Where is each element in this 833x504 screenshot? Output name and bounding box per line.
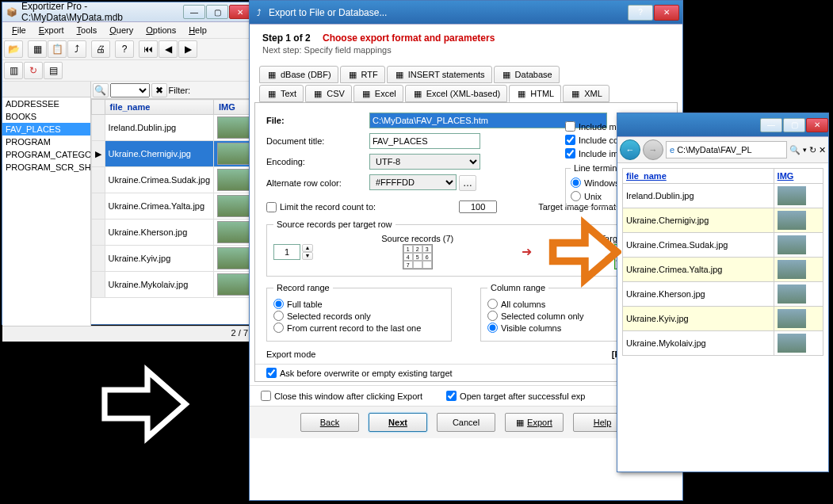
minimize-button[interactable]: — [183,5,205,19]
spr-up[interactable]: ▲ [302,244,313,252]
table-row[interactable]: FAV_PLACES [2,123,90,136]
altrow-select[interactable]: #FFFFDD [369,174,457,190]
ask-overwrite-checkbox[interactable]: Ask before overwrite or empty existing t… [266,368,666,378]
list-icon[interactable]: ▥ [4,62,23,79]
main-titlebar[interactable]: 📦 Exportizer Pro - C:\MyData\MyData.mdb … [2,2,254,22]
format-icon: ▦ [570,88,581,99]
tab-database[interactable]: ▦Database [494,66,560,83]
next-record-icon[interactable]: ▶ [178,40,197,58]
tab-rtf[interactable]: ▦RTF [340,66,385,83]
tab-text[interactable]: ▦Text [259,85,304,102]
browser-close[interactable]: ✕ [806,118,828,132]
step-header: Step 1 of 2 Choose export format and par… [250,25,682,59]
table-row[interactable]: BOOKS [2,110,90,123]
format-icon: ▦ [312,88,323,99]
res-col-filename[interactable]: file_name [623,169,774,184]
menu-query[interactable]: Query [103,24,139,36]
table-row[interactable]: PROGRAM_SCR_SHOT [2,161,90,174]
address-input[interactable]: e C:\MyData\FAV_PL [666,141,787,158]
export-title: Export to File or Database... [269,7,628,18]
result-table: file_name IMG Ireland.Dublin.jpgUkraine.… [622,168,823,356]
first-record-icon[interactable]: ⏮ [139,40,158,58]
list-item[interactable]: Ireland.Dublin.jpg [623,184,823,208]
limit-input[interactable] [459,200,497,213]
table-row[interactable]: Ukraine.Crimea.Sudak.jpg [91,167,254,193]
open-icon[interactable]: 📂 [4,40,23,58]
cancel-button[interactable]: Cancel [437,413,495,432]
spr-input[interactable] [273,244,300,260]
menu-tools[interactable]: Tools [71,24,104,36]
spr-down[interactable]: ▼ [302,252,313,260]
tab-dbase-dbf-[interactable]: ▦dBase (DBF) [259,66,338,83]
table-row[interactable]: PROGRAM [2,136,90,148]
copy-icon[interactable]: 📋 [48,40,67,58]
menu-help[interactable]: Help [182,24,213,36]
dialog-help-icon[interactable]: ? [628,5,653,21]
close-after-checkbox[interactable]: Close this window after clicking Export [261,391,422,401]
doctitle-input[interactable] [369,133,480,149]
limit-checkbox[interactable]: Limit the record count to: [266,202,376,212]
altrow-browse-button[interactable]: … [459,175,476,191]
help-icon[interactable]: ? [115,40,134,58]
table-row[interactable]: Ukraine.Crimea.Yalta.jpg [91,193,254,220]
table-row[interactable]: Ukraine.Kyiv.jpg [91,246,254,272]
table-row[interactable]: ▶Ukraine.Chernigiv.jpg [91,141,254,167]
export-button[interactable]: ▦Export [505,413,564,432]
refresh-icon[interactable]: ↻ [24,62,43,79]
list-item[interactable]: Ukraine.Kyiv.jpg [623,307,823,331]
step-label: Step 1 of 2 [262,32,311,44]
list-item[interactable]: Ukraine.Crimea.Sudak.jpg [623,233,823,258]
back-button[interactable]: Back [300,413,359,432]
menu-export[interactable]: Export [32,24,71,36]
detail-icon[interactable]: ▤ [44,62,63,79]
browser-minimize[interactable]: — [760,118,782,132]
print-icon[interactable]: 🖨 [91,40,110,58]
table-row[interactable]: ADDRESSEE [2,97,90,110]
clear-filter-icon[interactable]: ✖ [151,83,167,97]
filter-combo[interactable] [110,83,150,97]
table-row[interactable]: Ukraine.Mykolaiv.jpg [91,272,254,298]
col-filename[interactable]: file_name [105,100,213,115]
tab-xml[interactable]: ▦XML [563,85,609,102]
list-item[interactable]: Ukraine.Mykolaiv.jpg [623,331,823,356]
grid-icon[interactable]: ▦ [28,40,47,58]
tab-excel-xml-based-[interactable]: ▦Excel (XML-based) [405,85,508,102]
prev-record-icon[interactable]: ◀ [159,40,178,58]
col-img[interactable]: IMG [214,100,254,115]
radio-selected-records[interactable]: Selected records only [273,311,445,321]
export-icon[interactable]: ⤴ [67,40,86,58]
radio-unix[interactable]: Unix [571,191,602,201]
find-icon[interactable]: 🔍 [93,83,109,97]
maximize-button[interactable]: ▢ [206,5,228,19]
export-titlebar[interactable]: ⤴ Export to File or Database... ? ✕ [250,1,682,25]
tab-insert-statements[interactable]: ▦INSERT statements [387,66,492,83]
list-item[interactable]: Ukraine.Chernigiv.jpg [623,208,823,233]
close-button[interactable]: ✕ [229,5,251,19]
encoding-select[interactable]: UTF-8 [369,154,480,170]
browser-back-icon[interactable]: ← [620,139,640,160]
list-item[interactable]: Ukraine.Kherson.jpg [623,282,823,307]
menu-file[interactable]: File [6,24,32,36]
radio-from-current[interactable]: From current record to the last one [273,323,445,333]
next-button[interactable]: Next [369,413,427,432]
table-row[interactable]: PROGRAM_CATEGORY [2,148,90,161]
format-icon: ▦ [516,88,527,99]
browser-titlebar[interactable]: — ▢ ✕ [617,113,828,137]
table-row[interactable]: Ireland.Dublin.jpg [91,115,254,141]
data-grid[interactable]: file_name IMG Ireland.Dublin.jpg▶Ukraine… [91,99,254,326]
dialog-close-button[interactable]: ✕ [654,5,679,21]
radio-full-table[interactable]: Full table [273,299,445,309]
menu-options[interactable]: Options [139,24,182,36]
stop-icon[interactable]: ✕ [819,145,826,155]
tab-excel[interactable]: ▦Excel [353,85,403,102]
search-icon[interactable]: 🔍 [789,145,801,155]
res-col-img[interactable]: IMG [774,169,823,184]
refresh-icon[interactable]: ↻ [809,145,816,155]
tab-html[interactable]: ▦HTML [509,85,561,102]
browser-forward-icon[interactable]: → [643,139,663,160]
open-after-checkbox[interactable]: Open target after successful exp [446,391,585,401]
browser-maximize[interactable]: ▢ [783,118,805,132]
list-item[interactable]: Ukraine.Crimea.Yalta.jpg [623,258,823,282]
tab-csv[interactable]: ▦CSV [305,85,352,102]
table-row[interactable]: Ukraine.Kherson.jpg [91,220,254,246]
